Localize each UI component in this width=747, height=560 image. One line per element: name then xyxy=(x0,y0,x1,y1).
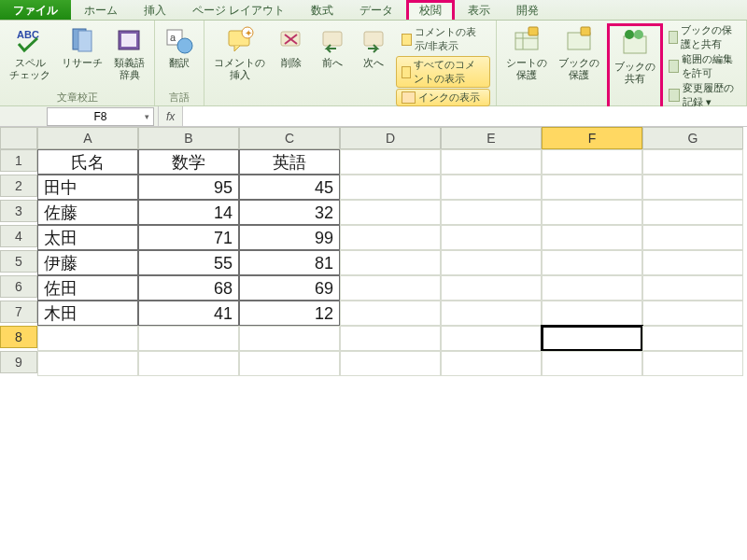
cell-G1[interactable] xyxy=(642,149,743,175)
cell-D2[interactable] xyxy=(340,175,441,200)
cell-D3[interactable] xyxy=(340,200,441,225)
cell-A7[interactable]: 木田 xyxy=(37,301,138,326)
cell-C6[interactable]: 69 xyxy=(239,275,340,301)
cell-C3[interactable]: 32 xyxy=(239,200,340,225)
toggle-comment-button[interactable]: コメントの表示/非表示 xyxy=(396,23,490,55)
cell-D8[interactable] xyxy=(340,326,441,351)
cell-F8[interactable] xyxy=(542,326,642,351)
select-all-corner[interactable] xyxy=(0,127,37,149)
show-ink-button[interactable]: インクの表示 xyxy=(396,89,490,106)
cell-E7[interactable] xyxy=(441,301,542,326)
cell-G5[interactable] xyxy=(642,250,743,275)
cell-B8[interactable] xyxy=(138,326,239,351)
cell-F4[interactable] xyxy=(542,225,642,250)
row-head-4[interactable]: 4 xyxy=(0,225,37,247)
cell-E4[interactable] xyxy=(441,225,542,250)
cell-C5[interactable]: 81 xyxy=(239,250,340,275)
cell-E8[interactable] xyxy=(441,326,542,351)
prev-comment-button[interactable]: 前へ xyxy=(314,23,351,106)
cell-B9[interactable] xyxy=(138,351,239,376)
cell-E2[interactable] xyxy=(441,175,542,200)
share-workbook-button[interactable]: ブックの 共有 xyxy=(611,27,659,86)
cell-A3[interactable]: 佐藤 xyxy=(37,200,138,225)
col-head-G[interactable]: G xyxy=(642,127,743,149)
cell-C7[interactable]: 12 xyxy=(239,301,340,326)
formula-input[interactable] xyxy=(183,106,747,126)
next-comment-button[interactable]: 次へ xyxy=(355,23,392,106)
cell-D5[interactable] xyxy=(340,250,441,275)
cell-G3[interactable] xyxy=(642,200,743,225)
research-button[interactable]: リサーチ xyxy=(58,23,106,82)
cell-G8[interactable] xyxy=(642,326,743,351)
tab-view[interactable]: 表示 xyxy=(455,0,503,20)
cell-B4[interactable]: 71 xyxy=(138,225,239,250)
cell-A2[interactable]: 田中 xyxy=(37,175,138,200)
cell-C2[interactable]: 45 xyxy=(239,175,340,200)
cell-B5[interactable]: 55 xyxy=(138,250,239,275)
cell-F7[interactable] xyxy=(542,301,642,326)
cell-C8[interactable] xyxy=(239,326,340,351)
cell-G9[interactable] xyxy=(642,351,743,376)
cell-B7[interactable]: 41 xyxy=(138,301,239,326)
row-head-3[interactable]: 3 xyxy=(0,200,37,222)
cell-A6[interactable]: 佐田 xyxy=(37,275,138,301)
cell-B1[interactable]: 数学 xyxy=(138,149,239,175)
tab-data[interactable]: データ xyxy=(346,0,406,20)
cell-D7[interactable] xyxy=(340,301,441,326)
thesaurus-button[interactable]: 類義語 辞典 xyxy=(110,23,148,82)
cell-B2[interactable]: 95 xyxy=(138,175,239,200)
cell-F2[interactable] xyxy=(542,175,642,200)
cell-E9[interactable] xyxy=(441,351,542,376)
row-head-1[interactable]: 1 xyxy=(0,149,37,172)
protect-and-share-button[interactable]: ブックの保護と共有 xyxy=(667,23,740,51)
cell-G2[interactable] xyxy=(642,175,743,200)
name-box[interactable]: F8 xyxy=(47,107,154,126)
new-comment-button[interactable]: ✦ コメントの 挿入 xyxy=(210,23,269,106)
cell-G4[interactable] xyxy=(642,225,743,250)
cell-A9[interactable] xyxy=(37,351,138,376)
tab-dev[interactable]: 開発 xyxy=(503,0,552,20)
col-head-C[interactable]: C xyxy=(239,127,340,149)
cell-F9[interactable] xyxy=(542,351,642,376)
cell-E5[interactable] xyxy=(441,250,542,275)
col-head-A[interactable]: A xyxy=(37,127,138,149)
cell-D9[interactable] xyxy=(340,351,441,376)
cell-D4[interactable] xyxy=(340,225,441,250)
fx-button[interactable]: fx xyxy=(158,106,183,126)
delete-comment-button[interactable]: 削除 xyxy=(273,23,310,106)
allow-edit-ranges-button[interactable]: 範囲の編集を許可 xyxy=(667,52,740,80)
cell-C4[interactable]: 99 xyxy=(239,225,340,250)
col-head-D[interactable]: D xyxy=(340,127,441,149)
row-head-5[interactable]: 5 xyxy=(0,250,37,273)
cell-G7[interactable] xyxy=(642,301,743,326)
cell-F1[interactable] xyxy=(542,149,642,175)
tab-layout[interactable]: ページ レイアウト xyxy=(179,0,298,20)
tab-formula[interactable]: 数式 xyxy=(298,0,346,20)
translate-button[interactable]: a 翻訳 xyxy=(161,23,198,71)
row-head-6[interactable]: 6 xyxy=(0,275,37,298)
cell-A4[interactable]: 太田 xyxy=(37,225,138,250)
protect-sheet-button[interactable]: シートの 保護 xyxy=(502,23,551,109)
tab-home[interactable]: ホーム xyxy=(71,0,131,20)
cell-C9[interactable] xyxy=(239,351,340,376)
cell-D6[interactable] xyxy=(340,275,441,301)
row-head-8[interactable]: 8 xyxy=(0,326,37,348)
cell-F6[interactable] xyxy=(542,275,642,301)
worksheet-grid[interactable]: A B C D E F G 1 氏名 数学 英語 2 田中 95 45 3 佐藤… xyxy=(0,127,747,376)
row-head-7[interactable]: 7 xyxy=(0,301,37,323)
cell-D1[interactable] xyxy=(340,149,441,175)
tab-file[interactable]: ファイル xyxy=(0,0,71,20)
protect-workbook-button[interactable]: ブックの 保護 xyxy=(555,23,603,109)
show-all-comments-button[interactable]: すべてのコメントの表示 xyxy=(396,56,490,88)
cell-E1[interactable] xyxy=(441,149,542,175)
cell-G6[interactable] xyxy=(642,275,743,301)
cell-C1[interactable]: 英語 xyxy=(239,149,340,175)
row-head-2[interactable]: 2 xyxy=(0,175,37,197)
cell-A8[interactable] xyxy=(37,326,138,351)
cell-F5[interactable] xyxy=(542,250,642,275)
track-changes-button[interactable]: 変更履歴の記録 ▾ xyxy=(667,81,740,109)
cell-F3[interactable] xyxy=(542,200,642,225)
tab-insert[interactable]: 挿入 xyxy=(131,0,179,20)
spell-check-button[interactable]: ABC スペル チェック xyxy=(6,23,54,82)
cell-A5[interactable]: 伊藤 xyxy=(37,250,138,275)
